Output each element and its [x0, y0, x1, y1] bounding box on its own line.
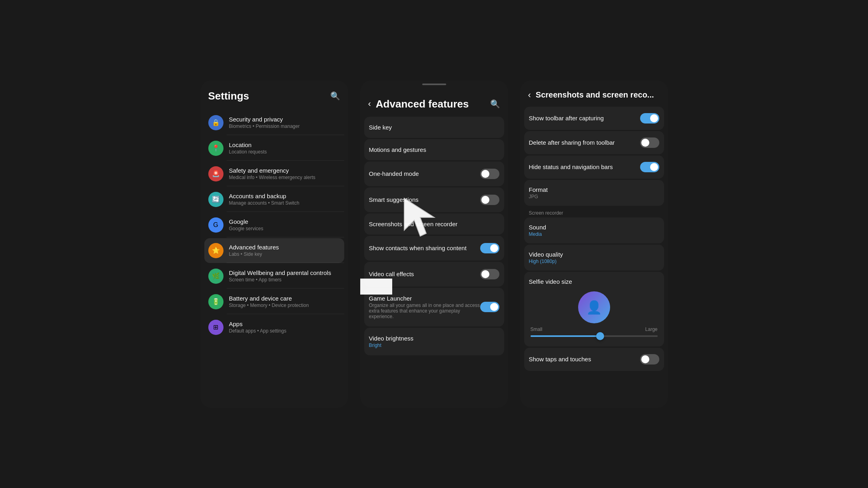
settings-item-location[interactable]: 📍 Location Location requests [204, 136, 344, 161]
icon-accounts: 🔄 [208, 192, 223, 207]
adv-title-gamelauncher: Game Launcher [369, 295, 480, 302]
adv-item-videobrightness[interactable]: Video brightness Bright [364, 328, 504, 355]
settings-item-google[interactable]: G Google Google services [204, 213, 344, 237]
adv-item-motions[interactable]: Motions and gestures [364, 139, 504, 160]
right-item-sound[interactable]: Sound Media [524, 217, 664, 243]
item-text-battery: Battery and device care Storage • Memory… [229, 295, 340, 308]
right-title-hidestatus: Hide status and navigation bars [529, 163, 640, 170]
right-text-format: Format JPG [529, 186, 659, 199]
toggle-contacts[interactable] [480, 243, 499, 253]
header-nav: ‹ Advanced features [368, 98, 469, 110]
item-text-accounts: Accounts and backup Manage accounts • Sm… [229, 193, 340, 206]
right-text-showtoolbar: Show toolbar after capturing [529, 115, 640, 122]
item-subtitle-security: Biometrics • Permission manager [229, 123, 340, 129]
icon-apps: ⊞ [208, 320, 223, 335]
right-item-videoquality[interactable]: Video quality High (1080p) [524, 245, 664, 271]
item-title-security: Security and privacy [229, 116, 340, 123]
settings-item-battery[interactable]: 🔋 Battery and device care Storage • Memo… [204, 289, 344, 314]
adv-title-contacts: Show contacts when sharing content [369, 245, 467, 251]
toggle-videocall[interactable] [480, 269, 499, 279]
adv-title-onehanded: One-handed mode [369, 170, 419, 177]
settings-search-icon[interactable]: 🔍 [330, 91, 340, 101]
right-text-taps: Show taps and touches [529, 356, 640, 363]
item-title-digitalwellbeing: Digital Wellbeing and parental controls [229, 269, 340, 276]
screen-recorder-label: Screen recorder [524, 207, 664, 217]
right-item-taps[interactable]: Show taps and touches [524, 348, 664, 371]
adv-title-motions: Motions and gestures [369, 146, 426, 153]
back-icon-3[interactable]: ‹ [528, 90, 531, 100]
right-title-selfie: Selfie video size [529, 278, 572, 285]
right-item-format[interactable]: Format JPG [524, 180, 664, 206]
settings-item-safety[interactable]: 🚨 Safety and emergency Medical info • Wi… [204, 161, 344, 186]
icon-digitalwellbeing: 🌿 [208, 269, 223, 284]
settings-title: Settings [208, 90, 249, 102]
adv-title-sidekey: Side key [369, 124, 392, 131]
adv-subtitle-gamelauncher: Organize all your games all in one place… [369, 303, 480, 319]
item-title-battery: Battery and device care [229, 295, 340, 302]
right-item-showtoolbar[interactable]: Show toolbar after capturing [524, 107, 664, 130]
slider-track [531, 335, 658, 337]
adv-item-onehanded[interactable]: One-handed mode [364, 161, 504, 186]
right-title-format: Format [529, 186, 659, 193]
settings-item-apps[interactable]: ⊞ Apps Default apps • App settings [204, 315, 344, 340]
advanced-search-icon[interactable]: 🔍 [490, 99, 500, 109]
item-subtitle-digitalwellbeing: Screen time • App timers [229, 277, 340, 283]
adv-item-gamelauncher[interactable]: Game Launcher Organize all your games al… [364, 288, 504, 327]
settings-item-digitalwellbeing[interactable]: 🌿 Digital Wellbeing and parental control… [204, 264, 344, 289]
settings-item-accounts[interactable]: 🔄 Accounts and backup Manage accounts • … [204, 187, 344, 212]
right-item-selfie[interactable]: Selfie video size 👤 Small Large [524, 272, 664, 347]
adv-text-onehanded: One-handed mode [369, 170, 419, 177]
size-labels: Small Large [529, 327, 659, 332]
header-nav-3: ‹ Screenshots and screen reco... [528, 90, 654, 100]
icon-google: G [208, 217, 223, 233]
back-icon[interactable]: ‹ [368, 99, 371, 109]
item-subtitle-safety: Medical info • Wireless emergency alerts [229, 175, 340, 180]
right-title-showtoolbar: Show toolbar after capturing [529, 115, 640, 122]
adv-title-videobrightness: Video brightness [369, 335, 413, 342]
advanced-title: Advanced features [376, 98, 469, 110]
toggle-smart[interactable] [480, 195, 499, 205]
settings-screen: Settings 🔍 🔒 Security and privacy Biomet… [200, 80, 348, 408]
scroll-indicator [422, 84, 446, 85]
toggle-gamelauncher[interactable] [480, 302, 499, 312]
settings-list: 🔒 Security and privacy Biometrics • Perm… [200, 109, 348, 342]
slider-container[interactable] [529, 334, 659, 340]
adv-subtitle-videobrightness: Bright [369, 343, 413, 348]
item-subtitle-google: Google services [229, 226, 340, 231]
adv-title-smart: Smart suggestions [369, 196, 419, 203]
right-title-taps: Show taps and touches [529, 356, 640, 363]
screenshots-title: Screenshots and screen reco... [536, 90, 654, 100]
item-text-google: Google Google services [229, 218, 340, 231]
icon-advanced: ⭐ [208, 243, 223, 258]
adv-item-videocall[interactable]: Video call effects [364, 262, 504, 287]
toggle-taps[interactable] [640, 354, 659, 365]
right-text-hidestatus: Hide status and navigation bars [529, 163, 640, 170]
item-text-security: Security and privacy Biometrics • Permis… [229, 116, 340, 129]
toggle-right-hidestatus[interactable] [640, 162, 659, 172]
size-small-label: Small [531, 327, 543, 332]
item-subtitle-advanced: Labs • Side key [229, 251, 340, 257]
icon-battery: 🔋 [208, 294, 223, 309]
slider-thumb[interactable] [596, 332, 604, 340]
right-title-delete: Delete after sharing from toolbar [529, 139, 640, 146]
right-item-hidestatus[interactable]: Hide status and navigation bars [524, 155, 664, 179]
toggle-onehanded[interactable] [480, 169, 499, 179]
item-title-apps: Apps [229, 321, 340, 327]
toggle-right-delete[interactable] [640, 137, 659, 148]
item-title-advanced: Advanced features [229, 244, 340, 251]
icon-security: 🔒 [208, 115, 223, 130]
adv-text-screenshots: Screenshots and screen recorder [369, 221, 458, 227]
adv-item-smart[interactable]: Smart suggestions [364, 187, 504, 212]
adv-item-sidekey[interactable]: Side key [364, 117, 504, 138]
settings-item-advanced[interactable]: ⭐ Advanced features Labs • Side key [204, 238, 344, 263]
adv-item-contacts[interactable]: Show contacts when sharing content [364, 236, 504, 261]
toggle-right-showtoolbar[interactable] [640, 113, 659, 123]
screenshots-list: Show toolbar after capturing Delete afte… [520, 107, 668, 372]
right-item-delete[interactable]: Delete after sharing from toolbar [524, 131, 664, 154]
item-text-digitalwellbeing: Digital Wellbeing and parental controls … [229, 269, 340, 283]
right-subtitle-vq: High (1080p) [529, 259, 659, 264]
settings-item-security[interactable]: 🔒 Security and privacy Biometrics • Perm… [204, 110, 344, 135]
item-text-safety: Safety and emergency Medical info • Wire… [229, 167, 340, 180]
adv-item-screenshots[interactable]: Screenshots and screen recorder [364, 213, 504, 235]
adv-text-smart: Smart suggestions [369, 196, 419, 203]
